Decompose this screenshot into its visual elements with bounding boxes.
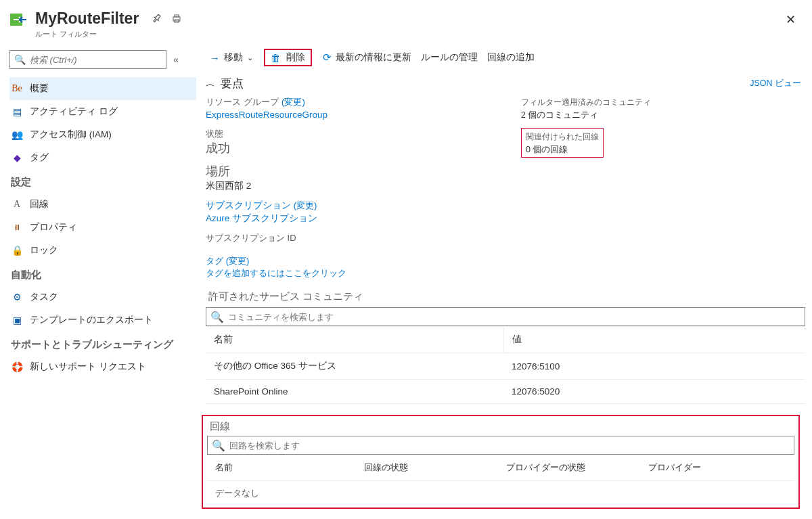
status-value: 成功	[206, 141, 230, 155]
tags-add-link[interactable]: タグを追加するにはここをクリック	[206, 268, 346, 278]
nav-label: 新しいサポート リクエスト	[30, 361, 146, 373]
nav-label: テンプレートのエクスポート	[30, 314, 153, 326]
nav-label: タグ	[30, 152, 49, 164]
search-input[interactable]	[30, 55, 162, 65]
subscription-value[interactable]: Azure サブスクリプション	[206, 213, 317, 223]
status-label: 状態	[206, 129, 223, 139]
col-value: 値	[503, 327, 805, 353]
circuits-search[interactable]: 🔍	[207, 436, 794, 455]
change-link[interactable]: (変更)	[281, 97, 305, 107]
sidebar-search[interactable]: 🔍	[9, 50, 166, 69]
sidebar-item-tags[interactable]: ◆ タグ	[9, 146, 196, 169]
col-name: 名前	[207, 455, 356, 481]
activity-log-icon: ▤	[11, 106, 23, 117]
nav-group-settings: 設定	[9, 169, 196, 193]
table-row[interactable]: SharePoint Online 12076:5020	[206, 380, 805, 404]
add-circuit-button[interactable]: 回線の追加	[483, 49, 539, 66]
nav-label: タスク	[30, 291, 58, 303]
community-name: SharePoint Online	[206, 380, 503, 404]
collapse-essentials-icon[interactable]: ︿	[206, 78, 215, 90]
nav-label: 概要	[30, 83, 49, 95]
nav-label: ロック	[30, 244, 58, 256]
add-circuit-label: 回線の追加	[487, 51, 535, 64]
arrow-right-icon: →	[210, 52, 220, 64]
iam-icon: 👥	[11, 129, 23, 140]
collapse-sidebar-icon[interactable]: «	[173, 54, 179, 65]
nav-group-support: サポートとトラブルシューティング	[9, 332, 196, 355]
search-icon: 🔍	[212, 439, 225, 452]
nav-label: アクティビティ ログ	[30, 106, 118, 118]
community-value: 12076:5100	[503, 353, 805, 380]
tags-label: タグ (変更)	[206, 256, 249, 266]
circuits-icon: A	[11, 199, 23, 210]
lock-icon: 🔒	[11, 245, 23, 256]
community-name: その他の Office 365 サービス	[206, 353, 503, 380]
export-template-icon: ▣	[11, 315, 23, 325]
print-icon[interactable]	[171, 14, 182, 24]
delete-label: 削除	[286, 51, 305, 64]
table-row[interactable]: その他の Office 365 サービス 12076:5100	[206, 353, 805, 380]
communities-search[interactable]: 🔍	[206, 307, 805, 326]
sidebar-item-circuits[interactable]: A 回線	[9, 193, 196, 216]
col-circuit-state: 回線の状態	[356, 455, 498, 481]
manage-rules-button[interactable]: ルールの管理	[417, 49, 482, 66]
page-subtitle: ルート フィルター	[35, 29, 139, 39]
subscription-label: サブスクリプション (変更)	[206, 200, 317, 210]
communities-search-input[interactable]	[228, 312, 800, 322]
refresh-button[interactable]: ⟳ 最新の情報に更新	[319, 49, 415, 66]
table-row: データなし	[207, 481, 794, 507]
move-button[interactable]: → 移動 ⌄	[206, 49, 257, 66]
associated-circuits-label: 関連付けられた回線	[526, 132, 599, 141]
essentials-heading: 要点	[221, 76, 244, 91]
location-value: 米国西部 2	[206, 181, 251, 191]
support-icon: 🛟	[11, 361, 23, 372]
properties-icon: ill	[11, 223, 23, 231]
sidebar-item-overview[interactable]: Be 概要	[9, 77, 196, 100]
search-icon: 🔍	[210, 311, 224, 323]
sidebar-item-activity-log[interactable]: ▤ アクティビティ ログ	[9, 100, 196, 123]
resource-group-value[interactable]: ExpressRouteResourceGroup	[206, 110, 328, 120]
nav-label: アクセス制御 (IAM)	[30, 129, 112, 141]
nav-label: プロパティ	[30, 221, 77, 233]
community-value: 12076:5020	[503, 380, 805, 404]
applied-communities-value: 2 個のコミュニティ	[521, 110, 598, 120]
location-label: 場所	[206, 164, 230, 178]
subscription-id-label: サブスクリプション ID	[206, 233, 296, 243]
nav-label: 回線	[30, 198, 49, 210]
manage-rules-label: ルールの管理	[421, 51, 478, 64]
chevron-down-icon: ⌄	[247, 53, 253, 62]
json-view-link[interactable]: JSON ビュー	[750, 78, 801, 89]
resource-icon	[9, 11, 28, 30]
col-name: 名前	[206, 327, 503, 353]
col-provider-state: プロバイダーの状態	[498, 455, 640, 481]
sidebar-item-export-template[interactable]: ▣ テンプレートのエクスポート	[9, 309, 196, 332]
overview-icon: Be	[11, 83, 23, 94]
delete-button[interactable]: 🗑 削除	[264, 49, 312, 66]
circuits-search-input[interactable]	[229, 441, 790, 451]
circuits-section-title: 回線	[207, 420, 794, 433]
tasks-icon: ⚙	[11, 292, 23, 302]
col-provider: プロバイダー	[640, 455, 794, 481]
search-icon: 🔍	[14, 54, 26, 65]
pin-icon[interactable]	[151, 14, 162, 24]
tags-icon: ◆	[11, 152, 23, 163]
sidebar-item-locks[interactable]: 🔒 ロック	[9, 239, 196, 262]
svg-rect-2	[175, 15, 179, 17]
refresh-icon: ⟳	[323, 51, 332, 64]
sidebar-item-iam[interactable]: 👥 アクセス制御 (IAM)	[9, 123, 196, 146]
close-icon[interactable]: ✕	[783, 9, 798, 30]
sidebar-item-new-support-request[interactable]: 🛟 新しいサポート リクエスト	[9, 355, 196, 378]
associated-circuits-value: 0 個の回線	[526, 145, 568, 154]
refresh-label: 最新の情報に更新	[336, 51, 411, 64]
trash-icon: 🗑	[271, 52, 281, 64]
move-label: 移動	[224, 51, 243, 64]
applied-communities-label: フィルター適用済みのコミュニティ	[521, 97, 651, 107]
communities-section-title: 許可されたサービス コミュニティ	[206, 290, 805, 303]
nav-group-automation: 自動化	[9, 262, 196, 286]
page-title: MyRouteFilter	[35, 9, 139, 28]
no-data: データなし	[207, 481, 794, 507]
sidebar-item-tasks[interactable]: ⚙ タスク	[9, 286, 196, 309]
sidebar-item-properties[interactable]: ill プロパティ	[9, 216, 196, 239]
resource-group-label: リソース グループ	[206, 97, 279, 107]
